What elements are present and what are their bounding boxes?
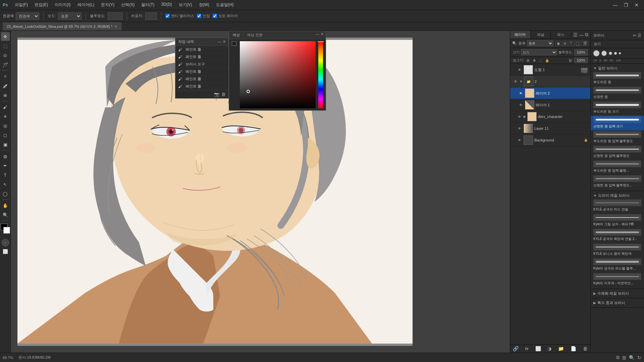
menu-help[interactable]: 도움말(H): [213, 1, 236, 8]
filter-text-icon[interactable]: T: [569, 41, 573, 46]
history-item-4[interactable]: 🖌페인트 툴: [175, 68, 228, 75]
layer-group2-expand[interactable]: ▼: [520, 80, 523, 83]
brush-soft-size-label[interactable]: 부드러운 원 크기: [593, 109, 641, 115]
swatches-tab[interactable]: 색상 건본: [244, 31, 266, 39]
tab-close-button[interactable]: ✕: [114, 25, 117, 28]
statusbar-arrangement-icon[interactable]: ⧉: [616, 355, 620, 360]
layer-adjustment-button[interactable]: ◑: [547, 346, 551, 351]
brush-tool[interactable]: 🖌: [1, 103, 10, 111]
history-brush-tool[interactable]: ◎: [1, 121, 10, 130]
watercolor-brushes-header[interactable]: ▶ 수채화 재질 브러시: [591, 290, 644, 297]
general-brushes-header[interactable]: ▼ 일반 브러시: [591, 65, 644, 71]
layers-tab[interactable]: 레이어: [510, 31, 531, 39]
layer-background[interactable]: 👁 Background 🔒: [510, 134, 590, 146]
special-effect-brushes-header[interactable]: ▶ 특수 효과 브러시: [591, 300, 644, 306]
zoom-tool[interactable]: 🔍: [1, 210, 10, 219]
layer-1-visibility[interactable]: 👁: [518, 102, 524, 108]
restore-button[interactable]: ❐: [621, 1, 631, 9]
lock-position-icon[interactable]: ✥: [532, 58, 537, 63]
layer-fx-button[interactable]: fx: [525, 347, 529, 351]
history-item-5[interactable]: 🖌페인트 툴: [175, 75, 228, 83]
history-panel-collapse[interactable]: —: [218, 40, 221, 44]
hand-tool[interactable]: ✋: [1, 201, 10, 210]
layer-11[interactable]: 👁 Layer 11: [510, 123, 590, 134]
eraser-tool[interactable]: ◻: [1, 131, 10, 139]
color-picker-handle[interactable]: [247, 90, 250, 93]
layer-group2[interactable]: 👁 ▼ 📁 2: [510, 76, 590, 87]
opacity-input[interactable]: 100%: [108, 12, 123, 20]
kyle-eraser-label[interactable]: Kyle의 지우개 - 자연적인...: [593, 281, 641, 287]
kyle-box-label[interactable]: Kyle의 그림 상자 - 해피 HB: [593, 222, 641, 228]
path-select-tool[interactable]: ↖: [1, 180, 10, 189]
filter-smart-icon[interactable]: 🎬: [582, 41, 588, 46]
blend-mode-select[interactable]: 끄기: [521, 49, 557, 55]
tolerance-input[interactable]: 20: [145, 12, 157, 20]
background-color-swatch[interactable]: [3, 227, 10, 234]
layer-delete-button[interactable]: 🗑: [583, 346, 588, 351]
color-panel-close[interactable]: ✕: [321, 32, 324, 38]
history-panel-header[interactable]: 작업 내역 — ✕: [175, 38, 228, 46]
gradient-tool[interactable]: ▣: [1, 140, 10, 149]
color-gradient-box[interactable]: [240, 41, 316, 108]
menu-image[interactable]: 이미지(I): [52, 1, 73, 8]
layer-group-button[interactable]: 📁: [558, 346, 564, 351]
color-tab[interactable]: 색상: [229, 31, 244, 39]
document-tab[interactable]: 23_Alexei_LookOutSide_Nina.psd @ 69.7% (…: [3, 22, 121, 31]
kyle-bonus-label[interactable]: KYLE 보니스 왕카 목탄색: [593, 251, 641, 257]
move-tool[interactable]: ✥: [1, 32, 10, 41]
statusbar-zoom-icon[interactable]: 🔍: [629, 355, 635, 360]
brush-soft-opacity-label[interactable]: 부드러운 원 압력 블투명도: [593, 138, 641, 144]
layer-group2-visibility[interactable]: 👁: [513, 79, 518, 84]
paths-tab[interactable]: 패스: [551, 31, 571, 39]
lock-artboard-icon[interactable]: ⬚: [538, 58, 543, 63]
layer-shape1-visibility[interactable]: 👁: [517, 67, 522, 72]
menu-file[interactable]: 파일(F): [12, 1, 31, 8]
history-item-6[interactable]: 🖌페인트 툴: [175, 83, 228, 90]
kyle-hard-pencil-label[interactable]: KYLE 궁극의 하드 연필: [593, 207, 641, 213]
lasso-tool[interactable]: ⊙: [1, 51, 10, 60]
color-panel-minimize[interactable]: —: [316, 32, 319, 38]
layers-panel-collapse[interactable]: —: [579, 32, 584, 38]
crop-tool[interactable]: ⌗: [1, 72, 10, 81]
brush-hard-opacity2-label[interactable]: 선명한 원 압력 블투명도...: [593, 183, 641, 189]
history-item-3[interactable]: 🖌브러시 도구: [175, 61, 228, 68]
brush-soft-round-label[interactable]: 부드러운 원: [593, 79, 641, 85]
history-new-snapshot[interactable]: 📷: [214, 92, 219, 97]
pen-tool[interactable]: ✒: [1, 161, 10, 170]
quick-select-tool[interactable]: 🪄: [1, 60, 10, 69]
eyedropper-tool[interactable]: 💉: [1, 81, 10, 90]
menu-3d[interactable]: 3D(D): [159, 1, 175, 8]
marquee-tool[interactable]: ⬚: [1, 42, 10, 50]
brush-soft-opacity2-label[interactable]: 부드러운 원 압력 블명...: [593, 168, 641, 174]
layer-link-button[interactable]: 🔗: [513, 346, 519, 351]
filter-pixel-icon[interactable]: ▣: [555, 41, 561, 46]
contiguous-checkbox[interactable]: [197, 14, 201, 18]
layers-panel-menu[interactable]: ☰: [573, 32, 578, 38]
statusbar-rotate-icon[interactable]: ↻: [637, 355, 641, 360]
menu-window[interactable]: 창(W): [196, 1, 212, 8]
channels-tab[interactable]: 채널: [531, 31, 551, 39]
statusbar-layout-icon[interactable]: ⊞: [622, 355, 626, 360]
anti-alias-checkbox[interactable]: [165, 14, 170, 18]
menu-select[interactable]: 선택(S): [118, 1, 137, 8]
history-item-2[interactable]: 🖌페인트 툴: [175, 53, 228, 61]
mode-select[interactable]: 표준: [58, 12, 82, 20]
quick-mask-button[interactable]: ○: [2, 239, 9, 246]
brushes-panel-edit-icon[interactable]: ✏: [633, 33, 636, 38]
layer-2[interactable]: 👁 레이어 2: [510, 87, 590, 99]
close-button[interactable]: ✕: [632, 1, 641, 9]
filter-adjust-icon[interactable]: ⊞: [562, 41, 568, 46]
layers-panel-expand[interactable]: ⧉: [585, 32, 588, 38]
brushes-panel-menu[interactable]: ☰: [638, 33, 641, 38]
layer-alex-char-visibility[interactable]: 👁: [517, 114, 522, 119]
color-preview-swatch[interactable]: [232, 41, 237, 47]
history-panel-close[interactable]: ✕: [223, 40, 226, 44]
menu-filter[interactable]: 필터(T): [139, 1, 157, 8]
menu-text[interactable]: 문자(Y): [98, 1, 117, 8]
menu-layer[interactable]: 레이어(L): [75, 1, 97, 8]
kyle-charcoal-label[interactable]: KYLE 궁극의 목탄색 연필 2...: [593, 236, 641, 242]
layer-mask-button[interactable]: ⬜: [535, 346, 541, 351]
layer-2-visibility[interactable]: 👁: [518, 90, 524, 96]
dodge-tool[interactable]: ◍: [1, 152, 10, 161]
lock-all-icon[interactable]: 🔒: [544, 58, 550, 63]
